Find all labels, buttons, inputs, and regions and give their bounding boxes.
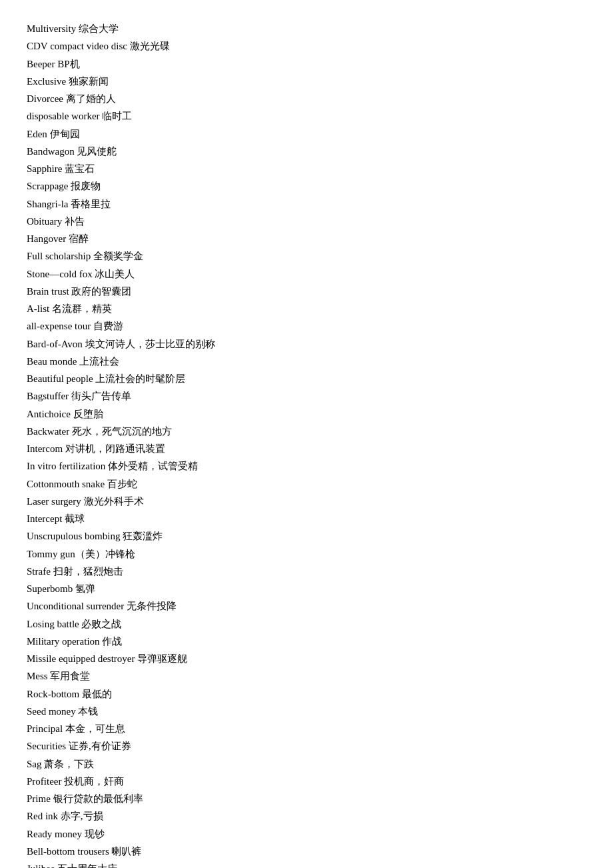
- list-item: Unscrupulous bombing 狂轰滥炸: [27, 527, 586, 545]
- list-item: Securities 证券,有价证券: [27, 737, 586, 755]
- list-item: Missile equipped destroyer 导弹驱逐舰: [27, 650, 586, 667]
- list-item: Brain trust 政府的智囊团: [27, 283, 586, 300]
- list-item: Strafe 扫射，猛烈炮击: [27, 563, 586, 580]
- list-item: Bagstuffer 街头广告传单: [27, 387, 586, 405]
- list-item: Profiteer 投机商，奸商: [27, 773, 586, 790]
- list-item: Red ink 赤字,亏损: [27, 807, 586, 825]
- list-item: Beau monde 上流社会: [27, 353, 586, 370]
- list-item: Eden 伊甸园: [27, 125, 586, 143]
- list-item: Intercept 截球: [27, 510, 586, 527]
- list-item: A-list 名流群，精英: [27, 300, 586, 317]
- list-item: Exclusive 独家新闻: [27, 73, 586, 90]
- list-item: In vitro fertilization 体外受精，试管受精: [27, 457, 586, 475]
- list-item: Scrappage 报废物: [27, 177, 586, 195]
- list-item: Tommy gun（美）冲锋枪: [27, 545, 586, 563]
- list-item: Hangover 宿醉: [27, 230, 586, 247]
- list-item: Principal 本金，可生息: [27, 720, 586, 737]
- list-item: Superbomb 氢弹: [27, 580, 586, 597]
- list-item: Shangri-la 香格里拉: [27, 195, 586, 213]
- list-item: Julibee 五十周年大庆: [27, 860, 586, 868]
- list-item: Bandwagon 见风使舵: [27, 143, 586, 160]
- list-item: Beautiful people 上流社会的时髦阶层: [27, 370, 586, 387]
- list-item: Ready money 现钞: [27, 825, 586, 843]
- list-item: Seed money 本钱: [27, 703, 586, 720]
- list-item: Prime 银行贷款的最低利率: [27, 790, 586, 807]
- list-item: Antichoice 反堕胎: [27, 405, 586, 423]
- list-item: Sag 萧条，下跌: [27, 755, 586, 773]
- list-item: Sapphire 蓝宝石: [27, 160, 586, 177]
- vocabulary-list: Multiversity 综合大学CDV compact video disc …: [27, 20, 586, 868]
- list-item: Laser surgery 激光外科手术: [27, 493, 586, 510]
- list-item: Backwater 死水，死气沉沉的地方: [27, 423, 586, 440]
- list-item: Losing battle 必败之战: [27, 615, 586, 633]
- list-item: Cottonmouth snake 百步蛇: [27, 475, 586, 493]
- list-item: CDV compact video disc 激光光碟: [27, 37, 586, 55]
- list-item: Rock-bottom 最低的: [27, 685, 586, 703]
- list-item: Stone—cold fox 冰山美人: [27, 265, 586, 283]
- list-item: Beeper BP机: [27, 55, 586, 73]
- list-item: disposable worker 临时工: [27, 107, 586, 125]
- list-item: Full scholarship 全额奖学金: [27, 247, 586, 265]
- list-item: all-expense tour 自费游: [27, 317, 586, 335]
- list-item: Divorcee 离了婚的人: [27, 90, 586, 107]
- list-item: Bard-of-Avon 埃文河诗人，莎士比亚的别称: [27, 335, 586, 353]
- list-item: Intercom 对讲机，闭路通讯装置: [27, 440, 586, 457]
- list-item: Multiversity 综合大学: [27, 20, 586, 37]
- list-item: Obituary 补告: [27, 213, 586, 230]
- list-item: Mess 军用食堂: [27, 667, 586, 685]
- list-item: Military operation 作战: [27, 633, 586, 650]
- list-item: Bell-bottom trousers 喇叭裤: [27, 843, 586, 860]
- list-item: Unconditional surrender 无条件投降: [27, 597, 586, 615]
